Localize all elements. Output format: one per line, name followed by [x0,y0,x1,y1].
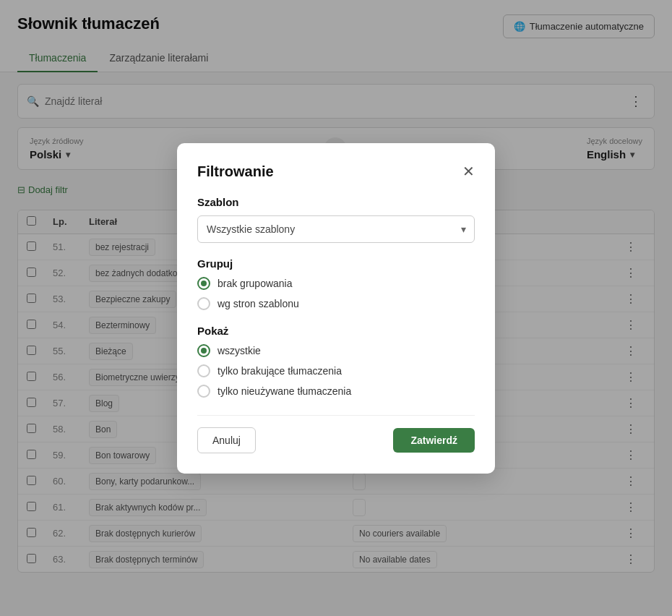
szablon-select-wrapper: Wszystkie szablony ▾ [197,215,475,243]
pokaz-label: Pokaż [197,325,475,337]
grupuj-label: Grupuj [197,257,475,270]
modal-close-button[interactable]: ✕ [462,164,475,179]
grupuj-option-template[interactable]: wg stron szablonu [197,297,475,310]
modal-header: Filtrowanie ✕ [197,163,475,180]
pokaz-radio-missing[interactable] [197,364,210,377]
modal-footer: Anuluj Zatwierdź [197,415,475,453]
grupuj-radio-template[interactable] [197,297,210,310]
pokaz-option-missing[interactable]: tylko brakujące tłumaczenia [197,364,475,377]
page-wrapper: Słownik tłumaczeń 🌐 Tłumaczenie automaty… [0,0,672,616]
pokaz-radio-unused[interactable] [197,385,210,398]
pokaz-option-all[interactable]: wszystkie [197,344,475,357]
pokaz-radio-group: wszystkie tylko brakujące tłumaczenia ty… [197,344,475,398]
grupuj-radio-group: brak grupowania wg stron szablonu [197,277,475,310]
grupuj-radio-none[interactable] [197,277,210,290]
modal-title: Filtrowanie [197,163,274,180]
pokaz-option-unused-label: tylko nieużywane tłumaczenia [217,385,351,397]
grupuj-option-none[interactable]: brak grupowania [197,277,475,290]
grupuj-option-none-label: brak grupowania [217,278,293,289]
pokaz-radio-all[interactable] [197,344,210,357]
modal-overlay[interactable]: Filtrowanie ✕ Szablon Wszystkie szablony… [0,0,672,616]
grupuj-option-template-label: wg stron szablonu [217,298,299,309]
grupuj-section: Grupuj brak grupowania wg stron szablonu [197,257,475,310]
pokaz-option-unused[interactable]: tylko nieużywane tłumaczenia [197,385,475,398]
filter-modal: Filtrowanie ✕ Szablon Wszystkie szablony… [177,143,495,474]
szablon-section: Szablon Wszystkie szablony ▾ [197,196,475,243]
pokaz-section: Pokaż wszystkie tylko brakujące tłumacze… [197,325,475,398]
szablon-select[interactable]: Wszystkie szablony [197,215,475,243]
cancel-button[interactable]: Anuluj [197,427,256,453]
confirm-button[interactable]: Zatwierdź [393,428,475,453]
pokaz-option-missing-label: tylko brakujące tłumaczenia [217,365,342,377]
pokaz-option-all-label: wszystkie [217,345,261,356]
szablon-label: Szablon [197,196,475,208]
